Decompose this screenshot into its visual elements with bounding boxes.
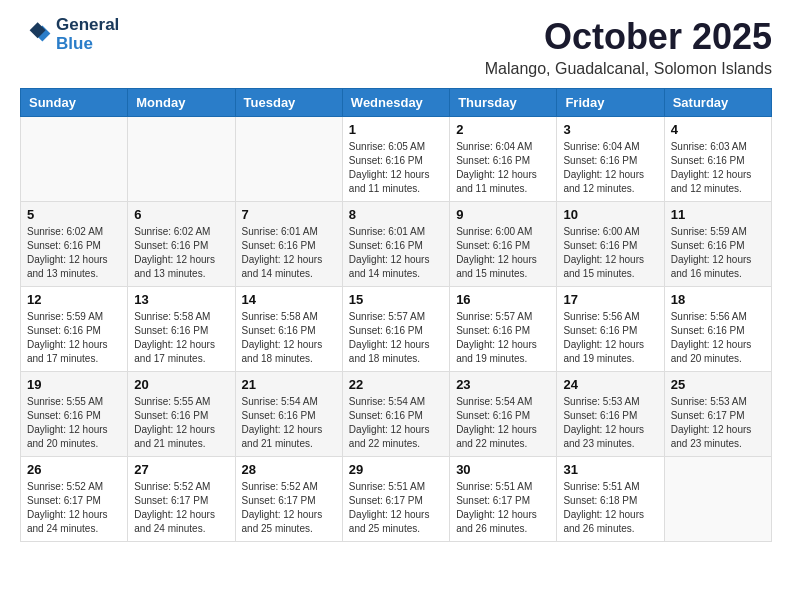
day-number: 24 — [563, 377, 657, 392]
day-info: Sunrise: 5:59 AM Sunset: 6:16 PM Dayligh… — [671, 225, 765, 281]
day-number: 14 — [242, 292, 336, 307]
weekday-header-monday: Monday — [128, 89, 235, 117]
week-row-4: 19Sunrise: 5:55 AM Sunset: 6:16 PM Dayli… — [21, 372, 772, 457]
day-info: Sunrise: 6:04 AM Sunset: 6:16 PM Dayligh… — [456, 140, 550, 196]
logo-text-general: General — [56, 16, 119, 35]
calendar-cell: 2Sunrise: 6:04 AM Sunset: 6:16 PM Daylig… — [450, 117, 557, 202]
day-info: Sunrise: 5:59 AM Sunset: 6:16 PM Dayligh… — [27, 310, 121, 366]
calendar-cell: 3Sunrise: 6:04 AM Sunset: 6:16 PM Daylig… — [557, 117, 664, 202]
day-info: Sunrise: 6:01 AM Sunset: 6:16 PM Dayligh… — [242, 225, 336, 281]
day-info: Sunrise: 5:51 AM Sunset: 6:17 PM Dayligh… — [456, 480, 550, 536]
day-info: Sunrise: 5:52 AM Sunset: 6:17 PM Dayligh… — [134, 480, 228, 536]
day-number: 9 — [456, 207, 550, 222]
day-info: Sunrise: 5:54 AM Sunset: 6:16 PM Dayligh… — [349, 395, 443, 451]
day-info: Sunrise: 5:52 AM Sunset: 6:17 PM Dayligh… — [27, 480, 121, 536]
day-number: 6 — [134, 207, 228, 222]
day-number: 17 — [563, 292, 657, 307]
day-number: 15 — [349, 292, 443, 307]
calendar-cell: 29Sunrise: 5:51 AM Sunset: 6:17 PM Dayli… — [342, 457, 449, 542]
week-row-2: 5Sunrise: 6:02 AM Sunset: 6:16 PM Daylig… — [21, 202, 772, 287]
calendar-cell: 12Sunrise: 5:59 AM Sunset: 6:16 PM Dayli… — [21, 287, 128, 372]
day-info: Sunrise: 6:05 AM Sunset: 6:16 PM Dayligh… — [349, 140, 443, 196]
day-number: 23 — [456, 377, 550, 392]
day-number: 4 — [671, 122, 765, 137]
day-info: Sunrise: 5:56 AM Sunset: 6:16 PM Dayligh… — [563, 310, 657, 366]
day-info: Sunrise: 5:53 AM Sunset: 6:16 PM Dayligh… — [563, 395, 657, 451]
day-info: Sunrise: 5:55 AM Sunset: 6:16 PM Dayligh… — [134, 395, 228, 451]
day-info: Sunrise: 6:03 AM Sunset: 6:16 PM Dayligh… — [671, 140, 765, 196]
day-number: 21 — [242, 377, 336, 392]
day-info: Sunrise: 5:51 AM Sunset: 6:17 PM Dayligh… — [349, 480, 443, 536]
calendar-cell: 16Sunrise: 5:57 AM Sunset: 6:16 PM Dayli… — [450, 287, 557, 372]
day-info: Sunrise: 6:02 AM Sunset: 6:16 PM Dayligh… — [134, 225, 228, 281]
title-area: October 2025 Malango, Guadalcanal, Solom… — [485, 16, 772, 78]
day-info: Sunrise: 5:52 AM Sunset: 6:17 PM Dayligh… — [242, 480, 336, 536]
calendar-cell: 6Sunrise: 6:02 AM Sunset: 6:16 PM Daylig… — [128, 202, 235, 287]
day-info: Sunrise: 5:57 AM Sunset: 6:16 PM Dayligh… — [349, 310, 443, 366]
calendar-cell: 1Sunrise: 6:05 AM Sunset: 6:16 PM Daylig… — [342, 117, 449, 202]
logo-icon — [20, 19, 52, 51]
calendar-table: SundayMondayTuesdayWednesdayThursdayFrid… — [20, 88, 772, 542]
day-number: 30 — [456, 462, 550, 477]
calendar-cell: 15Sunrise: 5:57 AM Sunset: 6:16 PM Dayli… — [342, 287, 449, 372]
day-info: Sunrise: 5:58 AM Sunset: 6:16 PM Dayligh… — [242, 310, 336, 366]
weekday-header-friday: Friday — [557, 89, 664, 117]
day-number: 19 — [27, 377, 121, 392]
weekday-header-saturday: Saturday — [664, 89, 771, 117]
month-title: October 2025 — [485, 16, 772, 58]
calendar-cell: 28Sunrise: 5:52 AM Sunset: 6:17 PM Dayli… — [235, 457, 342, 542]
calendar-cell — [128, 117, 235, 202]
calendar-cell: 24Sunrise: 5:53 AM Sunset: 6:16 PM Dayli… — [557, 372, 664, 457]
day-number: 22 — [349, 377, 443, 392]
day-number: 13 — [134, 292, 228, 307]
day-number: 20 — [134, 377, 228, 392]
calendar-cell: 8Sunrise: 6:01 AM Sunset: 6:16 PM Daylig… — [342, 202, 449, 287]
calendar-cell: 7Sunrise: 6:01 AM Sunset: 6:16 PM Daylig… — [235, 202, 342, 287]
day-info: Sunrise: 5:57 AM Sunset: 6:16 PM Dayligh… — [456, 310, 550, 366]
location-title: Malango, Guadalcanal, Solomon Islands — [485, 60, 772, 78]
day-number: 28 — [242, 462, 336, 477]
calendar-cell: 14Sunrise: 5:58 AM Sunset: 6:16 PM Dayli… — [235, 287, 342, 372]
calendar-cell: 19Sunrise: 5:55 AM Sunset: 6:16 PM Dayli… — [21, 372, 128, 457]
header: General Blue October 2025 Malango, Guada… — [20, 16, 772, 78]
calendar-cell — [235, 117, 342, 202]
calendar-cell: 22Sunrise: 5:54 AM Sunset: 6:16 PM Dayli… — [342, 372, 449, 457]
day-number: 2 — [456, 122, 550, 137]
day-info: Sunrise: 6:01 AM Sunset: 6:16 PM Dayligh… — [349, 225, 443, 281]
calendar-cell: 5Sunrise: 6:02 AM Sunset: 6:16 PM Daylig… — [21, 202, 128, 287]
weekday-header-wednesday: Wednesday — [342, 89, 449, 117]
weekday-header-tuesday: Tuesday — [235, 89, 342, 117]
logo-text-blue: Blue — [56, 35, 119, 54]
week-row-1: 1Sunrise: 6:05 AM Sunset: 6:16 PM Daylig… — [21, 117, 772, 202]
day-info: Sunrise: 6:00 AM Sunset: 6:16 PM Dayligh… — [456, 225, 550, 281]
weekday-header-row: SundayMondayTuesdayWednesdayThursdayFrid… — [21, 89, 772, 117]
day-number: 10 — [563, 207, 657, 222]
day-number: 7 — [242, 207, 336, 222]
calendar-cell: 20Sunrise: 5:55 AM Sunset: 6:16 PM Dayli… — [128, 372, 235, 457]
day-info: Sunrise: 6:02 AM Sunset: 6:16 PM Dayligh… — [27, 225, 121, 281]
day-number: 12 — [27, 292, 121, 307]
day-info: Sunrise: 5:56 AM Sunset: 6:16 PM Dayligh… — [671, 310, 765, 366]
day-info: Sunrise: 6:04 AM Sunset: 6:16 PM Dayligh… — [563, 140, 657, 196]
day-number: 26 — [27, 462, 121, 477]
day-number: 29 — [349, 462, 443, 477]
day-info: Sunrise: 5:54 AM Sunset: 6:16 PM Dayligh… — [242, 395, 336, 451]
calendar-cell — [21, 117, 128, 202]
day-number: 16 — [456, 292, 550, 307]
calendar-cell: 9Sunrise: 6:00 AM Sunset: 6:16 PM Daylig… — [450, 202, 557, 287]
day-number: 3 — [563, 122, 657, 137]
calendar-cell: 26Sunrise: 5:52 AM Sunset: 6:17 PM Dayli… — [21, 457, 128, 542]
calendar-cell: 21Sunrise: 5:54 AM Sunset: 6:16 PM Dayli… — [235, 372, 342, 457]
day-info: Sunrise: 5:55 AM Sunset: 6:16 PM Dayligh… — [27, 395, 121, 451]
day-number: 27 — [134, 462, 228, 477]
day-number: 5 — [27, 207, 121, 222]
day-number: 8 — [349, 207, 443, 222]
day-info: Sunrise: 5:51 AM Sunset: 6:18 PM Dayligh… — [563, 480, 657, 536]
calendar-cell: 11Sunrise: 5:59 AM Sunset: 6:16 PM Dayli… — [664, 202, 771, 287]
calendar-cell: 23Sunrise: 5:54 AM Sunset: 6:16 PM Dayli… — [450, 372, 557, 457]
day-info: Sunrise: 5:58 AM Sunset: 6:16 PM Dayligh… — [134, 310, 228, 366]
calendar-cell: 18Sunrise: 5:56 AM Sunset: 6:16 PM Dayli… — [664, 287, 771, 372]
day-info: Sunrise: 6:00 AM Sunset: 6:16 PM Dayligh… — [563, 225, 657, 281]
weekday-header-thursday: Thursday — [450, 89, 557, 117]
day-number: 11 — [671, 207, 765, 222]
